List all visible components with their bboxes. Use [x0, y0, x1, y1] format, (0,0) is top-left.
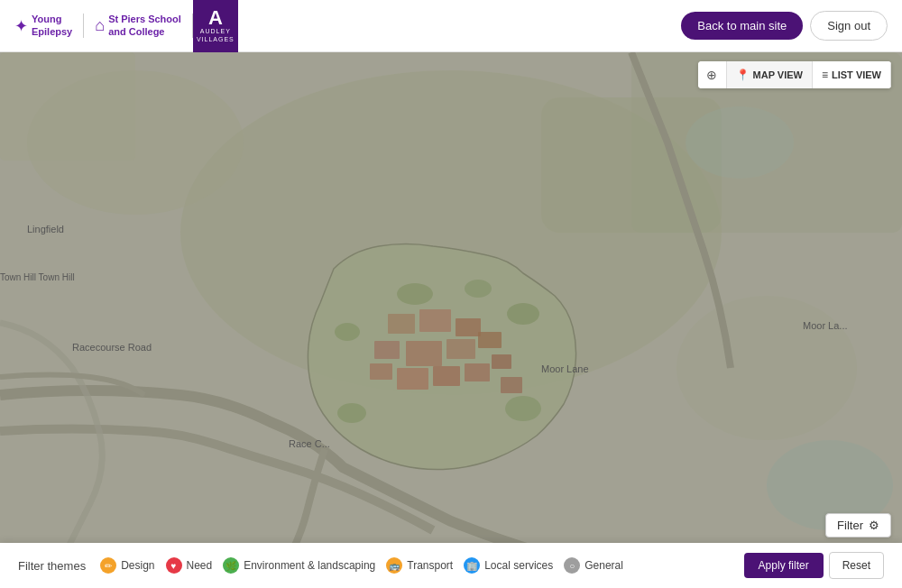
logo-area: ✦ Young Epilepsy ⌂ St Piers School and C…: [14, 0, 238, 52]
env-label: Environment & landscaping: [244, 559, 375, 572]
env-dot: 🌿: [223, 557, 239, 574]
filter-actions: Apply filter Reset: [744, 552, 884, 579]
filter-themes-label: Filter themes: [18, 559, 86, 573]
logo-young-epilepsy: ✦ Young Epilepsy: [14, 14, 84, 37]
filter-sliders-icon: ⚙: [869, 519, 879, 532]
filter-theme-general[interactable]: ○ General: [564, 557, 623, 574]
logo-audley-villages: A AUDLEY VILLAGES: [193, 0, 238, 52]
general-label: General: [584, 559, 623, 572]
list-view-button[interactable]: ≡ LIST VIEW: [813, 61, 891, 88]
header: ✦ Young Epilepsy ⌂ St Piers School and C…: [0, 0, 902, 52]
young-epilepsy-text: Young Epilepsy: [32, 14, 72, 37]
map-container[interactable]: Lingfield Town Hill Town Hill Racecourse…: [0, 52, 902, 588]
sp-icon: ⌂: [95, 16, 105, 35]
st-piers-text: St Piers School and College: [108, 14, 181, 37]
local-dot: 🏢: [464, 557, 480, 574]
av-sub: AUDLEY VILLAGES: [197, 28, 235, 43]
av-letter: A: [208, 8, 223, 28]
location-button[interactable]: ⊕: [698, 61, 727, 88]
transport-dot: 🚌: [386, 557, 402, 574]
list-view-label: LIST VIEW: [832, 69, 881, 80]
filter-bar: Filter themes ✏ Design ♥ Need 🌿 Environm…: [0, 543, 902, 588]
filter-theme-need[interactable]: ♥ Need: [166, 557, 213, 574]
filter-themes-list: ✏ Design ♥ Need 🌿 Environment & landscap…: [100, 557, 729, 574]
filter-theme-design[interactable]: ✏ Design: [100, 557, 154, 574]
map-icon: 📍: [736, 69, 750, 81]
filter-theme-transport[interactable]: 🚌 Transport: [386, 557, 453, 574]
sign-out-button[interactable]: Sign out: [810, 11, 888, 41]
filter-label-btn: Filter: [837, 519, 863, 532]
list-icon: ≡: [822, 69, 828, 81]
map-overlay: [0, 52, 902, 588]
need-dot: ♥: [166, 557, 182, 574]
header-actions: Back to main site Sign out: [681, 11, 888, 41]
apply-filter-button[interactable]: Apply filter: [744, 553, 824, 578]
local-label: Local services: [484, 559, 553, 572]
logo-st-piers: ⌂ St Piers School and College: [84, 14, 193, 37]
map-view-toggle: ⊕ 📍 MAP VIEW ≡ LIST VIEW: [698, 61, 891, 88]
filter-toggle-button[interactable]: Filter ⚙: [825, 513, 891, 537]
filter-theme-env[interactable]: 🌿 Environment & landscaping: [223, 557, 375, 574]
reset-button[interactable]: Reset: [829, 552, 884, 579]
design-label: Design: [121, 559, 154, 572]
star-icon: ✦: [14, 16, 28, 36]
map-view-button[interactable]: 📍 MAP VIEW: [727, 61, 813, 88]
general-dot: ○: [564, 557, 580, 574]
design-dot: ✏: [100, 557, 116, 574]
back-to-main-button[interactable]: Back to main site: [681, 12, 803, 40]
map-view-label: MAP VIEW: [753, 69, 803, 80]
need-label: Need: [187, 559, 213, 572]
filter-theme-local[interactable]: 🏢 Local services: [464, 557, 553, 574]
transport-label: Transport: [407, 559, 453, 572]
